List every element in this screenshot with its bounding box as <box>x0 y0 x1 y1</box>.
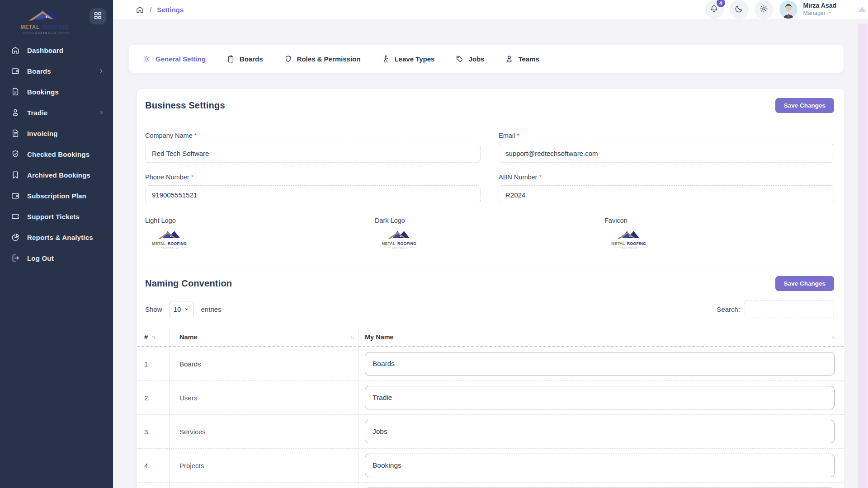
svg-text:AUSTRALIA: AUSTRALIA <box>163 247 178 249</box>
sidebar-item-subscription-plan[interactable]: Subscription Plan <box>0 185 113 206</box>
sidebar-item-label: Checked Bookings <box>27 150 90 158</box>
tab-label: Leave Types <box>394 55 434 63</box>
light-logo-image[interactable]: METAL ROOFING AUSTRALIA <box>150 228 375 252</box>
naming-table: # ↑↓ Name ↑↓ My Name ↑↓ 1. <box>137 328 844 488</box>
sidebar-item-label: Tradie <box>27 109 47 117</box>
my-name-input[interactable] <box>365 420 835 443</box>
sidebar-item-label: Subscription Plan <box>27 192 86 200</box>
email-input[interactable] <box>499 144 834 163</box>
naming-save-button[interactable]: Save Changes <box>775 276 834 291</box>
home-icon[interactable] <box>136 5 144 14</box>
sidebar-item-invoicing[interactable]: Invoicing <box>0 123 113 144</box>
tab-teams[interactable]: Teams <box>505 55 539 63</box>
sidebar-item-dashboard[interactable]: Dashboard <box>0 40 113 61</box>
section-divider <box>137 264 844 264</box>
shield-icon <box>284 55 292 63</box>
breadcrumb-page[interactable]: Settings <box>157 6 184 14</box>
notifications-button[interactable]: 4 <box>705 0 724 19</box>
tab-general-setting[interactable]: General Setting <box>142 55 206 63</box>
my-name-input[interactable] <box>365 352 835 375</box>
sort-icon: ↑↓ <box>151 334 155 340</box>
tab-label: Boards <box>240 55 263 63</box>
company-name-input[interactable] <box>145 144 481 163</box>
abn-number-input[interactable] <box>499 185 834 204</box>
sidebar-item-boards[interactable]: Boards <box>0 61 113 81</box>
tab-label: Teams <box>518 55 539 63</box>
app-window: METAL ROOFING AUSTRALIA Dashboard Boards… <box>0 0 868 488</box>
scroll-up-arrow-icon[interactable] <box>859 7 866 12</box>
page-size-select[interactable]: 10 <box>170 301 194 317</box>
dark-logo-label: Dark Logo <box>375 217 604 224</box>
logout-icon <box>11 253 20 263</box>
page-scrollbar[interactable] <box>857 0 868 488</box>
header-my-name[interactable]: My Name ↑↓ <box>359 328 844 346</box>
logo-uploads: Light Logo METAL ROOFING AUSTRALIA Dark … <box>145 217 834 252</box>
svg-text:METAL: METAL <box>382 241 395 246</box>
entries-label: entries <box>201 305 222 313</box>
light-logo-label: Light Logo <box>145 217 375 224</box>
row-name: Projects <box>179 462 204 469</box>
chevron-right-icon <box>98 109 105 116</box>
row-number: 2. <box>144 394 150 402</box>
breadcrumb: / Settings <box>136 5 184 14</box>
user-role: Manager <box>803 10 826 17</box>
header-num[interactable]: # ↑↓ <box>137 328 170 346</box>
favicon-label: Favicon <box>604 217 834 224</box>
leave-icon <box>381 55 390 63</box>
moon-icon <box>734 4 744 15</box>
sidebar-nav: Dashboard Boards Bookings Tradie Invoici… <box>0 38 113 268</box>
file-icon <box>11 87 20 96</box>
my-name-input[interactable] <box>365 386 835 409</box>
row-number: 4. <box>144 462 150 469</box>
tab-label: Roles & Permission <box>297 55 361 63</box>
dark-logo-image[interactable]: METAL ROOFING AUSTRALIA <box>379 228 604 252</box>
notification-badge: 4 <box>717 0 725 7</box>
svg-text:ROOFING: ROOFING <box>168 241 187 246</box>
tab-leave-types[interactable]: Leave Types <box>381 55 434 63</box>
show-label: Show <box>145 305 162 313</box>
user-menu[interactable]: Mirza Asad Manager <box>803 2 836 17</box>
chevron-down-icon <box>184 305 189 313</box>
sidebar-item-support-tickets[interactable]: Support Tickets <box>0 206 113 227</box>
sidebar-item-reports-analytics[interactable]: Reports & Analytics <box>0 227 113 248</box>
sidebar-item-bookings[interactable]: Bookings <box>0 81 113 102</box>
sidebar-item-tradie[interactable]: Tradie <box>0 102 113 123</box>
favicon-image[interactable]: METAL ROOFING AUSTRALIA <box>609 228 834 252</box>
wallet-icon <box>11 66 20 75</box>
shield-check-icon <box>11 150 20 159</box>
naming-convention-title: Naming Convention <box>145 278 232 289</box>
header-name[interactable]: Name ↑↓ <box>170 328 359 346</box>
sidebar-item-archived-bookings[interactable]: Archived Bookings <box>0 164 113 185</box>
phone-number-label: Phone Number * <box>145 174 481 181</box>
user-name: Mirza Asad <box>803 2 836 10</box>
business-save-button[interactable]: Save Changes <box>775 98 834 113</box>
dark-mode-button[interactable] <box>730 0 749 19</box>
settings-tabs: General Setting Boards Roles & Permissio… <box>129 45 844 73</box>
chevron-down-icon <box>827 10 832 17</box>
sidebar-toggle-button[interactable] <box>90 8 106 24</box>
tab-roles-permission[interactable]: Roles & Permission <box>284 55 361 63</box>
settings-button[interactable] <box>755 0 774 19</box>
sidebar-item-label: Boards <box>27 67 51 75</box>
invoice-icon <box>11 129 20 138</box>
business-form: Company Name * Email * Phone Number * AB… <box>145 132 834 204</box>
main-area: / Settings 4 <box>113 0 868 488</box>
sidebar-item-checked-bookings[interactable]: Checked Bookings <box>0 144 113 164</box>
search-input[interactable] <box>745 300 834 318</box>
phone-number-input[interactable] <box>145 185 481 204</box>
sidebar-item-log-out[interactable]: Log Out <box>0 248 113 268</box>
chevron-right-icon <box>98 67 105 75</box>
company-name-label: Company Name * <box>145 132 481 139</box>
table-row: 2. Users <box>137 381 844 415</box>
abn-number-label: ABN Number * <box>499 174 834 181</box>
wallet-icon <box>11 191 20 200</box>
sidebar-item-label: Bookings <box>27 88 59 96</box>
avatar[interactable] <box>779 0 797 19</box>
tab-jobs[interactable]: Jobs <box>455 55 484 63</box>
email-label: Email * <box>499 132 834 139</box>
tab-boards[interactable]: Boards <box>226 55 263 63</box>
bookmark-icon <box>11 170 20 179</box>
scrollbar-track[interactable] <box>858 23 868 488</box>
my-name-input[interactable] <box>365 454 835 477</box>
row-name: Boards <box>179 360 201 368</box>
